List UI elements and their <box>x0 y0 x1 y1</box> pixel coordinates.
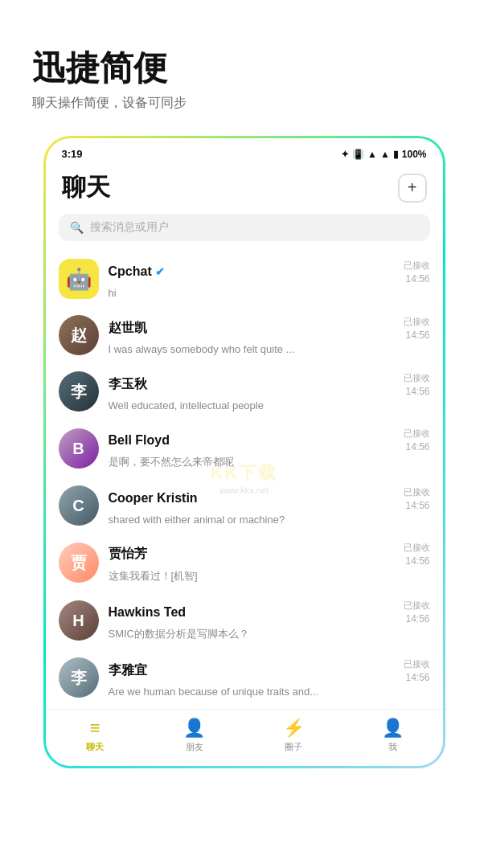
chat-name-cpchat: Cpchat ✔ <box>109 264 165 279</box>
chat-time-2: 14:56 <box>405 330 429 341</box>
chat-item-liyuqiu[interactable]: 李 李玉秋 已接收 14:56 Well educated, intellect… <box>46 363 443 420</box>
chat-content-cooperkristin: Cooper Kristin 已接收 14:56 shared with eit… <box>109 486 430 526</box>
chat-name-liyuqiu: 李玉秋 <box>109 376 147 393</box>
chat-content-zhaoshikai: 赵世凯 已接收 14:56 I was always somebody who … <box>109 316 430 355</box>
nav-item-circle[interactable]: ⚡ 圈子 <box>244 718 344 753</box>
received-label-5: 已接收 <box>404 486 430 498</box>
chat-preview-liyayi: Are we human because of unique traits an… <box>109 686 334 698</box>
chat-preview-jiayifang: 这集我看过！[机智] <box>109 569 334 583</box>
verified-icon: ✔ <box>155 265 165 278</box>
chat-item-cpchat[interactable]: 🤖 Cpchat ✔ 已接收 14:56 hi <box>46 251 443 307</box>
chat-content-cpchat: Cpchat ✔ 已接收 14:56 hi <box>109 260 430 299</box>
chat-name-hawkinsated: Hawkins Ted <box>109 605 187 620</box>
chat-preview-bellfloyd: 是啊，要不然怎么来帝都呢 <box>109 455 334 469</box>
avatar-cpchat: 🤖 <box>59 259 99 299</box>
hero-title: 迅捷简便 <box>32 48 456 88</box>
received-label-6: 已接收 <box>404 542 430 554</box>
chat-preview-cpchat: hi <box>109 287 334 299</box>
search-bar[interactable]: 🔍 搜索消息或用户 <box>59 214 430 241</box>
chat-preview-liyuqiu: Well educated, intellectual people <box>109 399 334 411</box>
me-nav-icon: 👤 <box>382 718 404 739</box>
chat-item-hawkinsated[interactable]: H Hawkins Ted 已接收 14:56 SMIC的数据分析是写脚本么？ <box>46 592 443 649</box>
nav-item-me[interactable]: 👤 我 <box>343 718 443 753</box>
chat-name-cooperkristin: Cooper Kristin <box>109 491 198 506</box>
hero-subtitle: 聊天操作简便，设备可同步 <box>32 95 456 112</box>
chat-time: 14:56 <box>405 273 429 285</box>
app-title: 聊天 <box>62 171 110 204</box>
chat-content-liyayi: 李雅宜 已接收 14:56 Are we human because of un… <box>109 658 430 698</box>
chat-name-zhaoshikai: 赵世凯 <box>109 320 147 337</box>
avatar-zhaoshikai: 赵 <box>59 315 99 355</box>
received-label-8: 已接收 <box>404 658 430 670</box>
nav-label-me: 我 <box>388 741 397 753</box>
chat-item-liyayi[interactable]: 李 李雅宜 已接收 14:56 Are we human because of … <box>46 649 443 706</box>
bottom-nav: ≡ 聊天 👤 朋友 ⚡ 圈子 👤 我 <box>46 709 443 766</box>
nav-label-circle: 圈子 <box>285 741 302 753</box>
chat-name-liyayi: 李雅宜 <box>109 662 147 679</box>
wifi-icon: ▲ <box>367 149 377 160</box>
add-button[interactable]: + <box>398 174 427 203</box>
nav-label-chat: 聊天 <box>86 741 104 753</box>
chat-item-jiayifang[interactable]: 贾 贾怡芳 已接收 14:56 这集我看过！[机智] <box>46 534 443 592</box>
circle-nav-icon: ⚡ <box>283 718 305 739</box>
chat-name-jiayifang: 贾怡芳 <box>109 546 147 563</box>
status-time: 3:19 <box>62 148 83 160</box>
vibrate-icon: 📳 <box>352 149 364 160</box>
chat-time-8: 14:56 <box>405 672 429 683</box>
received-label-2: 已接收 <box>404 316 430 328</box>
chat-name-bellfloyd: Bell Floyd <box>109 433 170 448</box>
chat-content-bellfloyd: Bell Floyd 已接收 14:56 是啊，要不然怎么来帝都呢 <box>109 428 430 469</box>
app-header: 聊天 + <box>46 163 443 211</box>
chat-time-7: 14:56 <box>405 613 429 624</box>
chat-nav-icon: ≡ <box>90 718 100 739</box>
avatar-cooperkristin: C <box>59 485 99 526</box>
chat-preview-hawkinsated: SMIC的数据分析是写脚本么？ <box>109 627 334 641</box>
chat-content-jiayifang: 贾怡芳 已接收 14:56 这集我看过！[机智] <box>109 542 430 583</box>
received-label: 已接收 <box>404 260 430 272</box>
bluetooth-icon: ✦ <box>341 149 349 160</box>
status-icons: ✦ 📳 ▲ ▲ ▮ 100% <box>341 149 426 160</box>
avatar-hawkinsated: H <box>59 600 99 641</box>
received-label-7: 已接收 <box>404 600 430 612</box>
chat-preview-zhaoshikai: I was always somebody who felt quite ... <box>109 343 334 355</box>
chat-item-bellfloyd[interactable]: B Bell Floyd 已接收 14:56 是啊，要不然怎么来帝都呢 <box>46 420 443 477</box>
chat-list: 🤖 Cpchat ✔ 已接收 14:56 hi <box>46 248 443 709</box>
battery-percent: 100% <box>402 149 427 160</box>
chat-item-cooperkristin[interactable]: C Cooper Kristin 已接收 14:56 shared with e… <box>46 477 443 534</box>
nav-item-friends[interactable]: 👤 朋友 <box>145 718 244 753</box>
chat-time-6: 14:56 <box>405 555 429 567</box>
chat-time-3: 14:56 <box>405 386 429 397</box>
avatar-liyuqiu: 李 <box>59 371 99 411</box>
avatar-jiayifang: 贾 <box>59 542 99 583</box>
friends-nav-icon: 👤 <box>183 718 205 739</box>
search-placeholder: 搜索消息或用户 <box>90 220 169 235</box>
chat-time-5: 14:56 <box>405 500 429 511</box>
received-label-3: 已接收 <box>404 372 430 384</box>
chat-preview-cooperkristin: shared with either animal or machine? <box>109 514 334 526</box>
nav-item-chat[interactable]: ≡ 聊天 <box>46 718 146 753</box>
chat-content-hawkinsated: Hawkins Ted 已接收 14:56 SMIC的数据分析是写脚本么？ <box>109 600 430 641</box>
phone-frame: 3:19 ✦ 📳 ▲ ▲ ▮ 100% 聊天 + 🔍 搜索消息或用户 <box>43 136 445 768</box>
battery-icon: ▮ <box>393 149 399 160</box>
received-label-4: 已接收 <box>404 428 430 440</box>
chat-time-4: 14:56 <box>405 441 429 452</box>
chat-content-liyuqiu: 李玉秋 已接收 14:56 Well educated, intellectua… <box>109 372 430 411</box>
status-bar: 3:19 ✦ 📳 ▲ ▲ ▮ 100% <box>46 138 443 163</box>
nav-label-friends: 朋友 <box>186 741 203 753</box>
avatar-liyayi: 李 <box>59 657 99 698</box>
chat-item-zhaoshikai[interactable]: 赵 赵世凯 已接收 14:56 I was always somebody wh… <box>46 307 443 363</box>
search-icon: 🔍 <box>70 221 84 234</box>
avatar-bellfloyd: B <box>59 428 99 469</box>
signal-icon: ▲ <box>380 149 390 160</box>
